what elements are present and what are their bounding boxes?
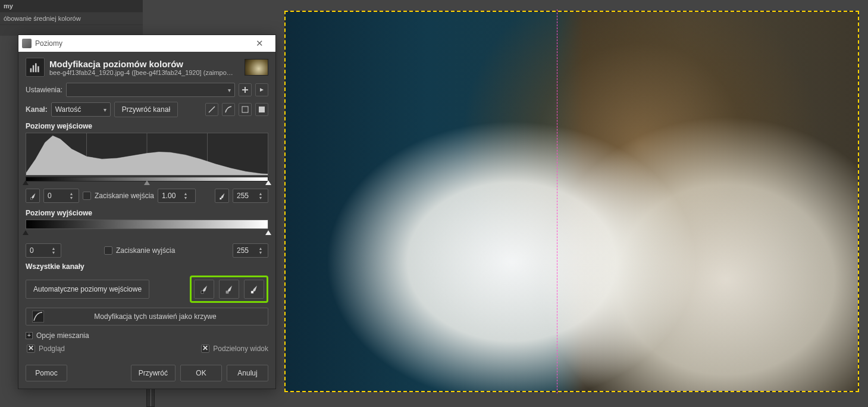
spin-down-icon[interactable]: ▼ (67, 196, 76, 200)
pick-black-all-button[interactable] (194, 280, 214, 299)
dialog-title: Modyfikacja poziomów kolorów (49, 59, 233, 69)
input-high-value[interactable] (233, 192, 256, 200)
dialog-window-title: Poziomy (35, 39, 247, 48)
pick-white-all-button[interactable] (244, 280, 264, 299)
cancel-button[interactable]: Anuluj (227, 365, 268, 381)
image-thumbnail (245, 59, 268, 76)
blending-options-expander[interactable]: + Opcje mieszania (26, 331, 268, 340)
histogram-log-icon[interactable] (222, 103, 235, 116)
all-channels-label: Wszystkie kanały (26, 262, 268, 271)
split-view-checkbox[interactable] (201, 345, 209, 353)
output-levels-slider[interactable] (26, 231, 268, 240)
preview-label: Podgląd (39, 345, 65, 353)
svg-rect-11 (220, 198, 222, 200)
presets-label: Ustawienia: (26, 86, 62, 94)
svg-rect-5 (259, 107, 265, 112)
levels-tool-icon (26, 58, 45, 77)
input-levels-label: Poziomy wejściowe (26, 122, 268, 130)
pick-black-point-button[interactable] (26, 189, 40, 203)
input-gamma-value[interactable] (158, 192, 181, 200)
spin-down-icon[interactable]: ▼ (256, 196, 265, 200)
reset-channel-button[interactable]: Przywróć kanał (114, 102, 178, 117)
auto-input-levels-button[interactable]: Automatyczne poziomy wejściowe (26, 280, 149, 299)
clamp-output-label: Zaciskanie wyjścia (116, 246, 175, 255)
histogram-mode2-icon[interactable] (255, 103, 268, 116)
spin-up-icon[interactable]: ▲ (49, 246, 58, 251)
expand-plus-icon: + (26, 332, 33, 339)
output-low-value[interactable] (26, 246, 49, 255)
edit-as-curves-label: Modyfikacja tych ustawień jako krzywe (49, 312, 262, 321)
preset-menu-button[interactable] (255, 83, 268, 96)
close-icon[interactable]: ✕ (247, 35, 272, 52)
spin-up-icon[interactable]: ▲ (256, 246, 265, 251)
histogram-linear-icon[interactable] (205, 103, 218, 116)
input-levels-slider[interactable] (26, 177, 268, 185)
dialog-titlebar[interactable]: Poziomy ✕ (18, 35, 275, 52)
clamp-input-checkbox[interactable] (83, 192, 91, 200)
svg-rect-2 (35, 63, 37, 72)
input-high-marker[interactable] (265, 180, 271, 185)
preview-checkbox[interactable] (27, 345, 35, 353)
svg-rect-0 (30, 68, 32, 73)
svg-rect-1 (33, 65, 35, 73)
histogram-mode1-icon[interactable] (239, 103, 252, 116)
channel-value: Wartość (55, 105, 82, 114)
svg-rect-4 (242, 107, 248, 112)
output-low-spin[interactable]: ▲▼ (26, 243, 61, 258)
spin-up-icon[interactable]: ▲ (256, 192, 265, 196)
clamp-input-label: Zaciskanie wejścia (95, 192, 154, 200)
output-high-marker[interactable] (265, 230, 271, 235)
spin-up-icon[interactable]: ▲ (181, 192, 190, 196)
spin-down-icon[interactable]: ▼ (256, 251, 265, 255)
output-high-spin[interactable]: ▲▼ (233, 243, 268, 258)
histogram-chart[interactable] (26, 133, 268, 176)
dialog-subtitle: bee-g4f13fab24_1920.jpg-4 ([bee-g4f13fab… (49, 69, 233, 76)
svg-rect-13 (226, 291, 228, 293)
edit-as-curves-button[interactable]: Modyfikacja tych ustawień jako krzywe (26, 308, 268, 325)
reset-button[interactable]: Przywróć (131, 365, 176, 381)
svg-rect-3 (37, 66, 39, 72)
svg-rect-10 (31, 198, 33, 200)
blending-options-label: Opcje mieszania (36, 331, 89, 340)
pick-gray-all-button[interactable] (219, 280, 239, 299)
svg-rect-14 (251, 291, 253, 293)
input-low-spin[interactable]: ▲▼ (43, 189, 79, 203)
curves-icon (32, 311, 44, 323)
background-panel: my óbowanie średniej kolorów (0, 0, 143, 36)
output-gradient[interactable] (26, 220, 268, 229)
help-button[interactable]: Pomoc (26, 365, 67, 381)
pick-white-point-button[interactable] (215, 189, 229, 203)
output-high-value[interactable] (233, 246, 256, 255)
output-low-marker[interactable] (23, 230, 29, 235)
input-gamma-marker[interactable] (144, 180, 150, 185)
clamp-output-checkbox[interactable] (104, 246, 112, 255)
input-high-spin[interactable]: ▲▼ (233, 189, 268, 203)
bg-title-fragment: my (0, 0, 143, 12)
presets-dropdown[interactable]: ▾ (66, 83, 235, 97)
spin-down-icon[interactable]: ▼ (49, 251, 58, 255)
svg-rect-12 (201, 291, 203, 293)
add-preset-button[interactable] (239, 83, 252, 96)
canvas-selection[interactable] (284, 11, 859, 392)
ok-button[interactable]: OK (180, 365, 222, 381)
picker-highlight-box (190, 275, 268, 303)
input-low-marker[interactable] (23, 180, 29, 185)
app-icon (22, 39, 32, 48)
channel-label: Kanał: (26, 105, 48, 114)
chevron-down-icon: ▾ (228, 87, 231, 93)
split-preview-line[interactable] (557, 10, 557, 393)
output-levels-label: Poziomy wyjściowe (26, 209, 268, 217)
levels-dialog: Poziomy ✕ Modyfikacja poziomów kolorów b… (18, 35, 276, 389)
input-low-value[interactable] (44, 192, 67, 200)
chevron-down-icon: ▾ (104, 107, 106, 113)
spin-up-icon[interactable]: ▲ (67, 192, 76, 196)
bg-row-1[interactable]: óbowanie średniej kolorów (0, 12, 143, 25)
channel-dropdown[interactable]: Wartość ▾ (51, 102, 111, 117)
canvas-image (286, 12, 858, 391)
split-view-label: Podzielony widok (213, 345, 268, 353)
spin-down-icon[interactable]: ▼ (181, 196, 190, 200)
input-gamma-spin[interactable]: ▲▼ (158, 189, 196, 203)
